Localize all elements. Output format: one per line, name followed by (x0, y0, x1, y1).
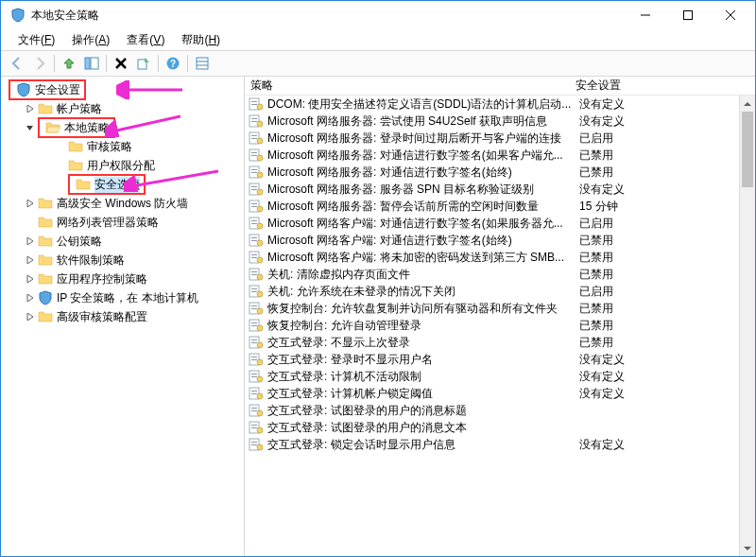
tree-item-appctrl[interactable]: 应用程序控制策略 (7, 270, 244, 288)
policy-name: 恢复控制台: 允许自动管理登录 (267, 318, 576, 334)
tree-item-pubkey[interactable]: 公钥策略 (7, 232, 244, 251)
forward-button[interactable] (29, 53, 50, 74)
tree-root[interactable]: 安全设置 (7, 80, 244, 99)
expand-icon[interactable] (24, 235, 37, 248)
list-row[interactable]: Microsoft 网络服务器: 尝试使用 S4U2Self 获取声明信息没有定… (245, 113, 739, 130)
tree-item-options[interactable]: 安全选项 (7, 175, 244, 194)
policy-icon (249, 113, 264, 129)
policy-icon (249, 199, 264, 214)
menu-file[interactable]: 文件(F) (18, 32, 55, 48)
tree-label: 用户权限分配 (87, 158, 155, 174)
policy-setting: 已禁用 (576, 250, 739, 266)
expand-icon[interactable] (24, 102, 37, 115)
list-row[interactable]: 恢复控制台: 允许自动管理登录已禁用 (245, 317, 739, 334)
policy-icon (249, 386, 264, 401)
policy-name: Microsoft 网络客户端: 将未加密的密码发送到第三方 SMB... (267, 250, 576, 266)
list-row[interactable]: 交互式登录: 计算机帐户锁定阈值没有定义 (245, 385, 739, 402)
tree-item-firewall[interactable]: 高级安全 Windows 防火墙 (7, 194, 244, 213)
policy-name: Microsoft 网络服务器: 暂停会话前所需的空闲时间数量 (267, 199, 576, 215)
tree-root-label: 安全设置 (35, 82, 80, 98)
list-row[interactable]: 交互式登录: 登录时不显示用户名没有定义 (245, 351, 739, 368)
policy-icon (249, 148, 264, 163)
expand-icon[interactable] (24, 253, 37, 267)
window: 本地安全策略 文件(F) 操作(A) 查看(V) 帮助(H) ? (0, 0, 756, 557)
show-hide-tree-button[interactable] (81, 53, 102, 74)
tree-pane[interactable]: 安全设置 帐户策略 本地策略 审核策略 (7, 77, 245, 556)
help-button[interactable]: ? (163, 53, 183, 74)
menu-view[interactable]: 查看(V) (127, 32, 164, 48)
expand-icon[interactable] (24, 197, 37, 210)
export-button[interactable] (133, 53, 154, 74)
svg-rect-13 (91, 58, 98, 69)
policy-setting: 已启用 (576, 284, 739, 300)
policy-name: Microsoft 网络服务器: 尝试使用 S4U2Self 获取声明信息 (267, 113, 576, 130)
list-row[interactable]: Microsoft 网络服务器: 对通信进行数字签名(如果客户端允...已禁用 (245, 147, 739, 164)
policy-icon (249, 182, 264, 197)
policy-setting: 没有定义 (576, 182, 739, 198)
minimize-button[interactable] (624, 1, 666, 29)
policy-icon (249, 216, 264, 231)
svg-rect-9 (683, 11, 692, 20)
tree-item-netlist[interactable]: 网络列表管理器策略 (7, 213, 244, 232)
list-row[interactable]: 交互式登录: 计算机不活动限制没有定义 (245, 368, 739, 385)
maximize-button[interactable] (666, 1, 709, 29)
list-row[interactable]: 关机: 清除虚拟内存页面文件已禁用 (245, 266, 739, 283)
expand-icon[interactable] (24, 310, 37, 323)
folder-icon (38, 234, 53, 249)
policy-icon (249, 437, 264, 452)
delete-button[interactable] (111, 53, 131, 74)
list-row[interactable]: 交互式登录: 锁定会话时显示用户信息没有定义 (245, 436, 739, 453)
tree-label: 应用程序控制策略 (57, 271, 147, 287)
list-row[interactable]: 交互式登录: 不显示上次登录已禁用 (245, 334, 739, 351)
tree-item-ipsec[interactable]: IP 安全策略，在 本地计算机 (7, 288, 244, 307)
collapse-icon[interactable] (24, 121, 37, 134)
policy-icon (249, 233, 264, 248)
policy-name: 交互式登录: 登录时不显示用户名 (267, 352, 576, 368)
tree-label: 高级审核策略配置 (57, 309, 147, 325)
list-row[interactable]: 交互式登录: 试图登录的用户的消息文本 (245, 419, 739, 436)
scrollbar-vertical[interactable] (739, 96, 755, 556)
list-row[interactable]: Microsoft 网络客户端: 对通信进行数字签名(如果服务器允...已启用 (245, 215, 739, 232)
policy-name: 交互式登录: 不显示上次登录 (267, 335, 576, 351)
policy-setting: 没有定义 (576, 96, 739, 113)
list-row[interactable]: 恢复控制台: 允许软盘复制并访问所有驱动器和所有文件夹已禁用 (245, 300, 739, 317)
folder-icon (38, 215, 53, 230)
policy-name: 交互式登录: 计算机帐户锁定阈值 (267, 386, 576, 402)
expand-icon[interactable] (24, 272, 37, 286)
scroll-track[interactable] (740, 112, 755, 540)
list-row[interactable]: Microsoft 网络服务器: 登录时间过期后断开与客户端的连接已启用 (245, 130, 739, 147)
tree-item-audit[interactable]: 审核策略 (7, 137, 244, 156)
policy-name: Microsoft 网络服务器: 登录时间过期后断开与客户端的连接 (267, 131, 576, 147)
col-setting-header[interactable]: 安全设置 (576, 78, 755, 94)
list-body[interactable]: DCOM: 使用安全描述符定义语言(SDDL)语法的计算机启动...没有定义Mi… (245, 96, 739, 556)
policy-setting: 没有定义 (576, 437, 739, 453)
policy-name: 交互式登录: 计算机不活动限制 (267, 369, 576, 385)
expand-icon[interactable] (24, 291, 37, 305)
policy-setting: 没有定义 (576, 352, 739, 368)
tree-item-softrestrict[interactable]: 软件限制策略 (7, 251, 244, 270)
list-row[interactable]: Microsoft 网络客户端: 对通信进行数字签名(始终)已禁用 (245, 232, 739, 249)
back-button[interactable] (7, 53, 27, 74)
tree-item-account[interactable]: 帐户策略 (7, 99, 244, 118)
tree-label: 软件限制策略 (57, 252, 125, 269)
scroll-down-button[interactable] (740, 540, 755, 556)
menu-help[interactable]: 帮助(H) (181, 32, 220, 48)
list-view-button[interactable] (192, 53, 213, 74)
list-row[interactable]: Microsoft 网络客户端: 将未加密的密码发送到第三方 SMB...已禁用 (245, 249, 739, 266)
list-row[interactable]: Microsoft 网络服务器: 服务器 SPN 目标名称验证级别没有定义 (245, 181, 739, 198)
list-row[interactable]: Microsoft 网络服务器: 对通信进行数字签名(始终)已禁用 (245, 164, 739, 181)
tree-item-advaudit[interactable]: 高级审核策略配置 (7, 307, 244, 326)
up-button[interactable] (59, 53, 79, 74)
menu-action[interactable]: 操作(A) (72, 32, 110, 48)
scroll-up-button[interactable] (740, 96, 755, 112)
list-row[interactable]: DCOM: 使用安全描述符定义语言(SDDL)语法的计算机启动...没有定义 (245, 96, 739, 113)
tree-item-local[interactable]: 本地策略 (7, 118, 244, 137)
close-button[interactable] (709, 1, 751, 29)
list-row[interactable]: 关机: 允许系统在未登录的情况下关闭已启用 (245, 283, 739, 300)
scroll-thumb[interactable] (742, 112, 753, 187)
window-title: 本地安全策略 (31, 8, 624, 24)
col-policy-header[interactable]: 策略 (245, 78, 576, 94)
list-row[interactable]: 交互式登录: 试图登录的用户的消息标题 (245, 402, 739, 419)
list-row[interactable]: Microsoft 网络服务器: 暂停会话前所需的空闲时间数量15 分钟 (245, 198, 739, 215)
tree-item-rights[interactable]: 用户权限分配 (7, 156, 244, 175)
